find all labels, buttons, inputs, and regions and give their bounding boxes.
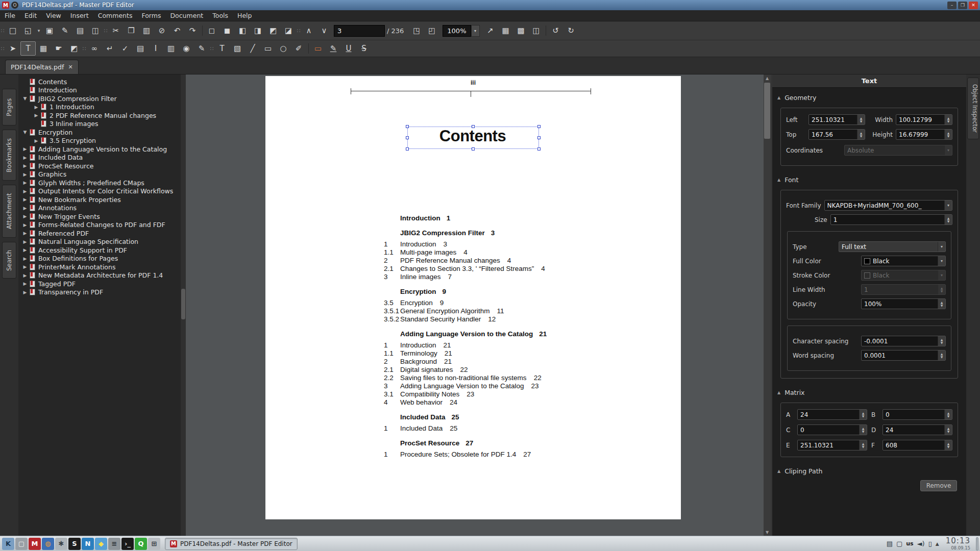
- separator[interactable]: [200, 23, 204, 38]
- system-settings-icon[interactable]: ✱: [55, 538, 67, 550]
- menu-item[interactable]: Help: [233, 10, 257, 21]
- bookmark-item[interactable]: Graphics: [18, 170, 181, 179]
- tree-expander-icon[interactable]: [21, 163, 29, 168]
- form-list-icon[interactable]: ▥: [163, 41, 179, 56]
- bookmark-item[interactable]: ProcSet Resource: [18, 162, 181, 170]
- width-input[interactable]: 100.12799▲▼: [896, 114, 952, 125]
- copy-icon[interactable]: ❐: [124, 23, 139, 38]
- bookmark-item[interactable]: Adding Language Version to the Catalog: [18, 145, 181, 154]
- scroll-down-icon[interactable]: ▼: [764, 529, 771, 536]
- bookmark-item[interactable]: New Bookmark Properties: [18, 195, 181, 204]
- grip-handle[interactable]: ∷: [82, 41, 87, 56]
- bookmark-item[interactable]: 2 PDF Reference Manual changes: [18, 111, 181, 120]
- checkmark-icon[interactable]: ✓: [117, 41, 133, 56]
- scroll-up-icon[interactable]: ▲: [764, 74, 771, 82]
- highlighter-icon[interactable]: ✎: [326, 41, 341, 56]
- add-return-icon[interactable]: ↵: [102, 41, 117, 56]
- collapse-icon[interactable]: ▲: [777, 469, 780, 473]
- open-file-caret-icon[interactable]: ▾: [36, 23, 42, 38]
- add-note-icon[interactable]: ▤: [133, 41, 148, 56]
- spinner[interactable]: ▲▼: [859, 440, 867, 450]
- clock[interactable]: 10:13 08.09.15: [946, 537, 970, 550]
- tree-expander-icon[interactable]: [21, 206, 29, 211]
- snapshot-icon[interactable]: ▩: [513, 23, 529, 38]
- selection-handle[interactable]: [406, 136, 409, 139]
- tray-expand-icon[interactable]: ▲: [936, 541, 939, 546]
- left-input[interactable]: 251.10321▲▼: [808, 114, 865, 125]
- spinner[interactable]: ▲▼: [938, 336, 945, 346]
- new-document-icon[interactable]: □: [5, 23, 20, 38]
- draw-ellipse-icon[interactable]: ○: [276, 41, 291, 56]
- tree-expander-icon[interactable]: [21, 189, 29, 194]
- font-size-input[interactable]: 1▲▼: [830, 214, 952, 225]
- terminal-icon[interactable]: ›_: [121, 538, 134, 550]
- redo-icon[interactable]: ↷: [185, 23, 200, 38]
- matrix-d-input[interactable]: 24▲▼: [883, 424, 952, 435]
- tree-expander-icon[interactable]: [21, 281, 29, 286]
- spinner[interactable]: ▲▼: [859, 410, 867, 419]
- tree-expander-icon[interactable]: [21, 222, 29, 228]
- sidebar-tab-attachment[interactable]: Attachment: [2, 185, 16, 238]
- bookmark-item[interactable]: 3.5 Encryption: [18, 137, 181, 145]
- caret-down-icon[interactable]: ▾: [938, 242, 945, 252]
- strikethrough-icon[interactable]: S: [356, 41, 372, 56]
- selection-handle[interactable]: [406, 147, 409, 151]
- tree-scroll-handle[interactable]: [181, 289, 185, 319]
- bookmark-item[interactable]: Glyph Widths ; Predefined CMaps: [18, 179, 181, 187]
- tree-expander-icon[interactable]: [21, 273, 29, 278]
- font-family-select[interactable]: NKAPDB+MyriadMM_700_600_▾: [824, 200, 952, 211]
- spinner[interactable]: ▲▼: [944, 425, 952, 435]
- bookmark-item[interactable]: Forms-Related Changes to PDF and FDF: [18, 221, 181, 230]
- remove-clipping-button[interactable]: Remove: [920, 480, 957, 491]
- bookmark-item[interactable]: Transparency in PDF: [18, 288, 181, 297]
- hand-tool-icon[interactable]: ☛: [51, 41, 66, 56]
- selection-handle[interactable]: [472, 125, 475, 128]
- save-icon[interactable]: ▣: [42, 23, 57, 38]
- bookmark-item[interactable]: PrinterMark Annotations: [18, 263, 181, 271]
- select-zone-icon[interactable]: ▦: [498, 23, 513, 38]
- underline-icon[interactable]: U: [341, 41, 356, 56]
- show-desktop-icon[interactable]: ▢: [15, 538, 28, 550]
- top-input[interactable]: 167.56▲▼: [808, 129, 865, 140]
- document-tab[interactable]: PDF14Deltas.pdf ✕: [5, 60, 79, 74]
- tree-expander-icon[interactable]: [21, 130, 29, 135]
- bookmark-item[interactable]: Included Data: [18, 154, 181, 162]
- zoom-select[interactable]: 100% ▾: [443, 25, 479, 37]
- bookmark-item[interactable]: Tagged PDF: [18, 280, 181, 288]
- sidebar-tab-bookmarks[interactable]: Bookmarks: [2, 130, 16, 181]
- matrix-b-input[interactable]: 0▲▼: [883, 409, 952, 420]
- selection-handle[interactable]: [537, 125, 541, 128]
- spinner[interactable]: ▲▼: [944, 130, 952, 139]
- draw-pencil-icon[interactable]: ✐: [291, 41, 306, 56]
- bookmark-item[interactable]: New Trigger Events: [18, 212, 181, 221]
- tree-expander-icon[interactable]: [21, 239, 29, 244]
- margins-bottom-icon[interactable]: ◪: [281, 23, 296, 38]
- menu-item[interactable]: Forms: [137, 10, 165, 21]
- page-properties-icon[interactable]: ◼: [219, 23, 235, 38]
- tree-expander-icon[interactable]: [33, 138, 40, 143]
- master-pdf-launcher-icon[interactable]: M: [29, 538, 41, 550]
- matrix-c-input[interactable]: 0▲▼: [797, 424, 867, 435]
- image-viewer-icon[interactable]: ◆: [95, 538, 107, 550]
- menu-item[interactable]: Tools: [208, 10, 233, 21]
- matrix-f-input[interactable]: 608▲▼: [883, 440, 952, 450]
- zoom-caret-icon[interactable]: ▾: [471, 25, 480, 37]
- matrix-section-header[interactable]: ▲ Matrix: [772, 383, 966, 398]
- margins-top-icon[interactable]: ◩: [265, 23, 281, 38]
- font-section-header[interactable]: ▲ Font: [772, 170, 966, 186]
- bookmark-item[interactable]: 1 Introduction: [18, 103, 181, 112]
- sidebar-tab-search[interactable]: Search: [2, 242, 16, 279]
- paste-icon[interactable]: ▥: [139, 23, 154, 38]
- sidebar-tab-pages[interactable]: Pages: [2, 89, 16, 126]
- spinner[interactable]: ▲▼: [944, 440, 952, 450]
- spinner[interactable]: ▲▼: [944, 115, 952, 124]
- draw-line-icon[interactable]: ╱: [245, 41, 260, 56]
- bookmark-item[interactable]: JBIG2 Compression Filter: [18, 94, 181, 103]
- geometry-section-header[interactable]: ▲ Geometry: [772, 88, 966, 104]
- calculator-icon[interactable]: ⊞: [148, 538, 160, 550]
- selection-handle[interactable]: [537, 147, 541, 151]
- app-menu-icon[interactable]: O: [11, 2, 18, 9]
- preview-icon[interactable]: ◫: [88, 23, 103, 38]
- grip-handle[interactable]: ∷: [0, 41, 5, 56]
- text-baseline-icon[interactable]: I: [148, 41, 163, 56]
